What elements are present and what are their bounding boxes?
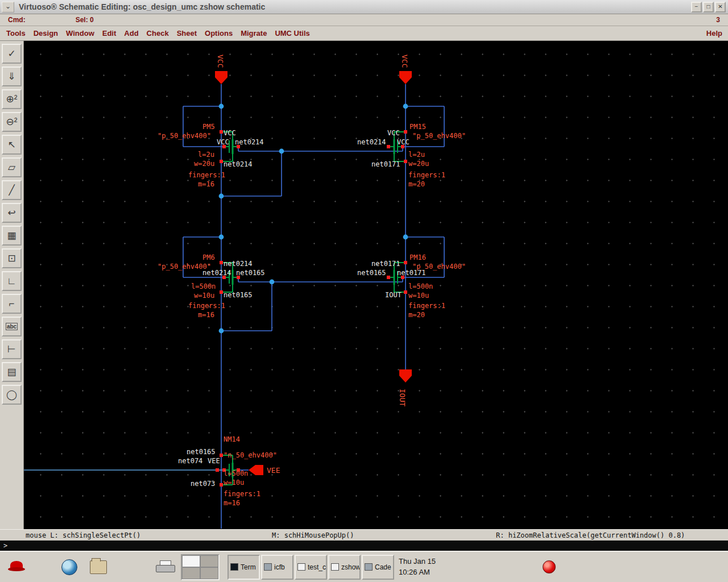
device-label[interactable]: PM6 xyxy=(202,253,215,261)
wire-wide-button[interactable]: ⌐ xyxy=(2,294,22,314)
net-label[interactable]: net0214 xyxy=(224,260,253,268)
taskbar-window-cade[interactable]: Cade xyxy=(362,555,394,580)
net-label[interactable]: VEE xyxy=(208,457,220,465)
pin[interactable] xyxy=(404,261,407,264)
property-button[interactable]: ▤ xyxy=(2,362,22,382)
check-and-save-button[interactable]: ✓ xyxy=(2,44,22,64)
net-label[interactable]: VCC xyxy=(217,138,229,146)
net-label[interactable]: net0171 xyxy=(397,269,426,277)
device-label[interactable]: l=500n xyxy=(408,282,433,290)
maximize-button[interactable]: □ xyxy=(703,2,714,13)
workspace-1[interactable] xyxy=(182,555,200,567)
pin[interactable] xyxy=(220,290,223,294)
port-iout-symbol[interactable] xyxy=(399,369,412,383)
device-label[interactable]: fingers:1 xyxy=(408,302,445,310)
workspace-2[interactable] xyxy=(200,555,218,567)
instance-button[interactable]: ⊡ xyxy=(2,248,22,268)
menu-edit[interactable]: Edit xyxy=(98,29,121,38)
net-label[interactable]: net074 xyxy=(178,457,202,465)
menu-design[interactable]: Design xyxy=(30,29,62,38)
alert-icon[interactable] xyxy=(543,560,556,573)
pin[interactable] xyxy=(387,276,390,279)
device-label[interactable]: VEE xyxy=(267,466,280,475)
device-label[interactable]: fingers:1 xyxy=(188,171,225,179)
net-label[interactable]: net0214 xyxy=(235,138,264,146)
net-label[interactable]: net0165 xyxy=(357,269,386,277)
device-label[interactable]: l=2u xyxy=(198,151,214,159)
command-prompt[interactable]: > xyxy=(0,541,728,551)
port-vcc-left-symbol[interactable] xyxy=(215,71,228,84)
device-label[interactable]: PM5 xyxy=(202,123,215,131)
device-label[interactable]: VCC xyxy=(400,55,409,68)
device-label[interactable]: m=16 xyxy=(198,311,214,319)
device-label[interactable]: "p_50_ehv400" xyxy=(158,132,211,140)
net-label[interactable]: net0165 xyxy=(224,291,253,299)
net-label[interactable]: VCC xyxy=(224,129,236,137)
net-label[interactable]: net0165 xyxy=(236,269,265,277)
net-label[interactable]: VCC xyxy=(397,138,410,146)
pin[interactable] xyxy=(220,454,223,457)
device-label[interactable]: IOUT xyxy=(398,389,407,406)
device-label[interactable]: PM15 xyxy=(410,123,426,131)
pin[interactable] xyxy=(220,261,223,264)
pin-button[interactable]: ⊢ xyxy=(2,339,22,359)
taskbar-window-icfb[interactable]: icfb xyxy=(261,555,293,580)
device-label[interactable]: VCC xyxy=(216,55,225,68)
net-label[interactable]: net0171 xyxy=(371,160,400,168)
device-label[interactable]: l=500n xyxy=(224,469,248,477)
device-label[interactable]: PM16 xyxy=(410,253,426,261)
port-vcc-right-symbol[interactable] xyxy=(399,71,412,84)
schematic-canvas[interactable]: VCCVCCIOUTVEEPM5"p_50_ehv400"l=2uw=20ufi… xyxy=(24,41,728,529)
workspace-pager[interactable] xyxy=(181,554,220,580)
device-label[interactable]: w=20u xyxy=(408,160,429,168)
workspace-4[interactable] xyxy=(200,567,218,579)
zoom-in-2x-button[interactable]: ⊕² xyxy=(2,89,22,109)
pin[interactable] xyxy=(404,160,407,163)
taskbar-window-test_c[interactable]: test_c xyxy=(295,555,327,580)
pin[interactable] xyxy=(220,160,223,163)
device-label[interactable]: m=20 xyxy=(408,180,425,188)
pin[interactable] xyxy=(404,290,407,294)
close-button[interactable]: ✕ xyxy=(715,2,726,13)
zoom-out-2x-button[interactable]: ⊖² xyxy=(2,112,22,132)
copy-button[interactable]: ▱ xyxy=(2,157,22,177)
device-label[interactable]: "p_50_ehv400" xyxy=(412,132,466,140)
menu-options[interactable]: Options xyxy=(201,29,237,38)
pin[interactable] xyxy=(216,468,219,472)
menu-add[interactable]: Add xyxy=(120,29,142,38)
device-label[interactable]: fingers:1 xyxy=(408,171,445,179)
device-label[interactable]: "n_50_ehv400" xyxy=(224,451,277,459)
net-label[interactable]: net0214 xyxy=(202,269,231,277)
workspace-3[interactable] xyxy=(182,567,200,579)
menu-umc-utils[interactable]: UMC Utils xyxy=(271,29,313,38)
hierarchy-button[interactable]: ▦ xyxy=(2,226,22,246)
device-label[interactable]: w=10u xyxy=(408,292,429,300)
net-label[interactable]: VCC xyxy=(387,129,400,137)
file-manager-icon[interactable] xyxy=(90,560,107,574)
menu-help[interactable]: Help xyxy=(701,29,728,38)
minimize-button[interactable]: − xyxy=(691,2,702,13)
taskbar-window-zshow[interactable]: zshow xyxy=(328,555,361,580)
pin[interactable] xyxy=(220,483,223,487)
schematic[interactable]: VCCVCCIOUTVEEPM5"p_50_ehv400"l=2uw=20ufi… xyxy=(24,41,728,529)
device-label[interactable]: fingers:1 xyxy=(224,490,260,498)
device-label[interactable]: w=10u xyxy=(224,479,244,487)
device-label[interactable]: fingers:1 xyxy=(188,302,225,310)
port-vee-symbol[interactable] xyxy=(249,465,263,475)
undo-button[interactable]: ↩ xyxy=(2,203,22,223)
pin[interactable] xyxy=(387,145,390,148)
stretch-button[interactable]: ↖ xyxy=(2,135,22,155)
device-label[interactable]: NM14 xyxy=(224,435,240,443)
draw-line-button[interactable]: ╱ xyxy=(2,180,22,200)
menu-tools[interactable]: Tools xyxy=(2,29,30,38)
net-label[interactable]: IOUT xyxy=(385,291,402,299)
save-button[interactable]: ⇓ xyxy=(2,66,22,86)
device-label[interactable]: m=16 xyxy=(198,180,214,188)
net-label[interactable]: net0214 xyxy=(224,160,253,168)
device-label[interactable]: m=20 xyxy=(408,311,425,319)
net-label[interactable]: net0165 xyxy=(187,448,216,456)
net-label[interactable]: net073 xyxy=(191,480,215,488)
wire-narrow-button[interactable]: ∟ xyxy=(2,271,22,291)
menu-window[interactable]: Window xyxy=(62,29,98,38)
net-label[interactable]: net0214 xyxy=(357,138,386,146)
